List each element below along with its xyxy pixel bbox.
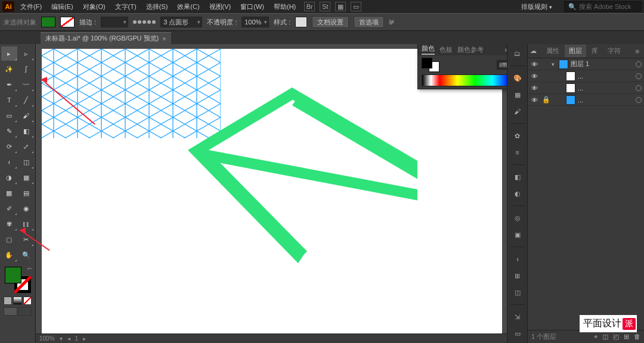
- brush-select[interactable]: 3 点圆形▾: [160, 17, 202, 27]
- menu-object[interactable]: 对象(O): [79, 1, 109, 13]
- selection-tool[interactable]: ▸: [1, 46, 17, 61]
- swatches-tab[interactable]: 色板: [439, 45, 453, 54]
- transform-icon[interactable]: ⊞: [511, 270, 524, 282]
- gradient-tool[interactable]: ▤: [18, 186, 35, 200]
- screen-mode-normal[interactable]: [4, 307, 17, 316]
- stock-icon[interactable]: St: [320, 2, 330, 11]
- eraser-tool[interactable]: ◧: [18, 124, 35, 138]
- layers-panel-tab[interactable]: 图层: [565, 45, 586, 57]
- free-transform-tool[interactable]: ◫: [18, 155, 35, 169]
- transparency-icon[interactable]: ◐: [511, 188, 524, 199]
- stroke-weight-input[interactable]: ▾: [101, 17, 128, 27]
- menu-select[interactable]: 选择(S): [143, 1, 172, 13]
- layer-row[interactable]: 👁 ...: [528, 82, 644, 94]
- menu-window[interactable]: 窗口(W): [237, 1, 268, 13]
- properties-panel-tab[interactable]: 属性: [542, 45, 564, 57]
- artboard-nav-prev[interactable]: ◂: [67, 335, 70, 342]
- magic-wand-tool[interactable]: ✨: [1, 62, 17, 76]
- pathfinder-icon[interactable]: ◫: [511, 286, 524, 298]
- layer-row[interactable]: 👁 ...: [528, 70, 644, 82]
- hex-input[interactable]: #ff0000: [497, 60, 507, 70]
- close-icon[interactable]: ×: [162, 35, 166, 42]
- rotate-tool[interactable]: ⟳: [1, 139, 17, 154]
- stroke-panel-icon[interactable]: ≡: [511, 146, 524, 158]
- gradient-panel-icon[interactable]: ◧: [511, 171, 524, 183]
- zoom-tool[interactable]: 🔍: [18, 248, 35, 262]
- artboard-nav-first[interactable]: 1: [75, 335, 79, 342]
- appearance-icon[interactable]: ◎: [511, 212, 524, 224]
- menu-view[interactable]: 视图(V): [206, 1, 235, 13]
- fill-color-box[interactable]: [5, 267, 21, 283]
- perspective-tool[interactable]: ▦: [18, 170, 35, 185]
- menu-help[interactable]: 帮助(H): [270, 1, 299, 13]
- symbol-sprayer-tool[interactable]: ✾: [1, 217, 17, 231]
- type-tool[interactable]: T: [1, 93, 17, 107]
- screen-mode-full[interactable]: [18, 307, 32, 316]
- line-tool[interactable]: ╱: [18, 93, 35, 107]
- workspace-switcher[interactable]: 排版规则 ▾: [518, 1, 556, 13]
- layer-row[interactable]: 👁🔒 ...: [528, 94, 644, 106]
- shaper-tool[interactable]: ✎: [1, 124, 17, 138]
- layer-name[interactable]: 图层 1: [571, 60, 636, 68]
- swatches-icon[interactable]: ▦: [511, 89, 524, 101]
- delete-layer-icon[interactable]: 🗑: [634, 333, 640, 341]
- disclosure-icon[interactable]: ▾: [552, 61, 559, 67]
- fill-swatch[interactable]: [41, 17, 55, 27]
- shape-builder-tool[interactable]: ◑: [1, 170, 17, 185]
- libraries-panel-tab[interactable]: 库: [587, 45, 602, 57]
- rectangle-tool[interactable]: ▭: [1, 108, 17, 123]
- panel-menu-icon[interactable]: ≡: [633, 48, 642, 55]
- arrange-icon[interactable]: ▦: [335, 2, 346, 11]
- panel-fill-swatch[interactable]: [422, 58, 432, 68]
- direct-selection-tool[interactable]: ▹: [18, 46, 35, 61]
- menu-effect[interactable]: 效果(C): [174, 1, 203, 13]
- color-icon[interactable]: 🎨: [511, 72, 524, 84]
- lasso-tool[interactable]: ʃ: [18, 62, 35, 76]
- menu-edit[interactable]: 编辑(E): [48, 1, 77, 13]
- pen-tool[interactable]: ✒: [1, 77, 17, 92]
- symbols-icon[interactable]: ✿: [511, 130, 524, 142]
- blend-tool[interactable]: ◉: [18, 201, 35, 216]
- color-mode[interactable]: [4, 297, 12, 305]
- zoom-level[interactable]: 100%: [39, 335, 55, 342]
- artboard[interactable]: [42, 49, 502, 337]
- artboards-icon[interactable]: ▭: [511, 328, 524, 339]
- new-sublayer-icon[interactable]: ◰: [613, 333, 619, 341]
- color-spectrum[interactable]: [422, 74, 507, 86]
- eyedropper-tool[interactable]: ✐: [1, 201, 17, 216]
- make-clipping-mask-icon[interactable]: ◫: [602, 333, 608, 341]
- stroke-swatch[interactable]: [60, 17, 75, 27]
- opacity-input[interactable]: 100%▾: [242, 17, 269, 27]
- color-panel[interactable]: 颜色 色板 颜色参考 » ≡ #ff0000: [417, 44, 507, 89]
- gradient-mode[interactable]: [13, 297, 21, 305]
- menu-file[interactable]: 文件(F): [17, 1, 45, 13]
- properties-icon[interactable]: 🗂: [511, 48, 524, 60]
- character-panel-tab[interactable]: 字符: [603, 45, 625, 57]
- asset-export-icon[interactable]: ⇲: [511, 311, 524, 323]
- graphic-styles-icon[interactable]: ▣: [511, 229, 524, 241]
- locate-layer-icon[interactable]: ⌖: [594, 333, 597, 341]
- width-tool[interactable]: ⫞: [1, 155, 17, 169]
- canvas-area[interactable]: 颜色 色板 颜色参考 » ≡ #ff0000: [36, 44, 507, 343]
- document-setup-button[interactable]: 文档设置: [312, 16, 349, 28]
- lock-icon[interactable]: 🔒: [541, 96, 552, 104]
- mesh-tool[interactable]: ▩: [1, 186, 17, 200]
- brushes-icon[interactable]: 🖌: [511, 105, 524, 117]
- gpu-icon[interactable]: ▭: [351, 2, 361, 11]
- preferences-button[interactable]: 首选项: [354, 16, 384, 28]
- libraries-cloud-icon[interactable]: ☁: [530, 47, 541, 55]
- artboard-nav-next[interactable]: ▸: [83, 335, 86, 342]
- new-layer-icon[interactable]: ⊞: [624, 333, 629, 341]
- target-icon[interactable]: [636, 61, 642, 67]
- hand-tool[interactable]: ✋: [1, 248, 17, 262]
- artboard-tool[interactable]: ▢: [1, 232, 17, 247]
- menu-type[interactable]: 文字(T): [112, 1, 140, 13]
- align-icon[interactable]: ⫞: [511, 253, 524, 265]
- paintbrush-tool[interactable]: 🖌: [18, 108, 35, 123]
- visibility-toggle[interactable]: 👁: [528, 61, 541, 68]
- panel-expand-icon[interactable]: »: [504, 46, 507, 53]
- color-tab[interactable]: 颜色: [422, 44, 435, 55]
- color-guide-tab[interactable]: 颜色参考: [457, 45, 484, 54]
- document-tab[interactable]: 未标题-1.ai* @ 100% (RGB/GPU 预览) ×: [41, 32, 171, 44]
- layer-row[interactable]: 👁 ▾ 图层 1: [528, 58, 644, 70]
